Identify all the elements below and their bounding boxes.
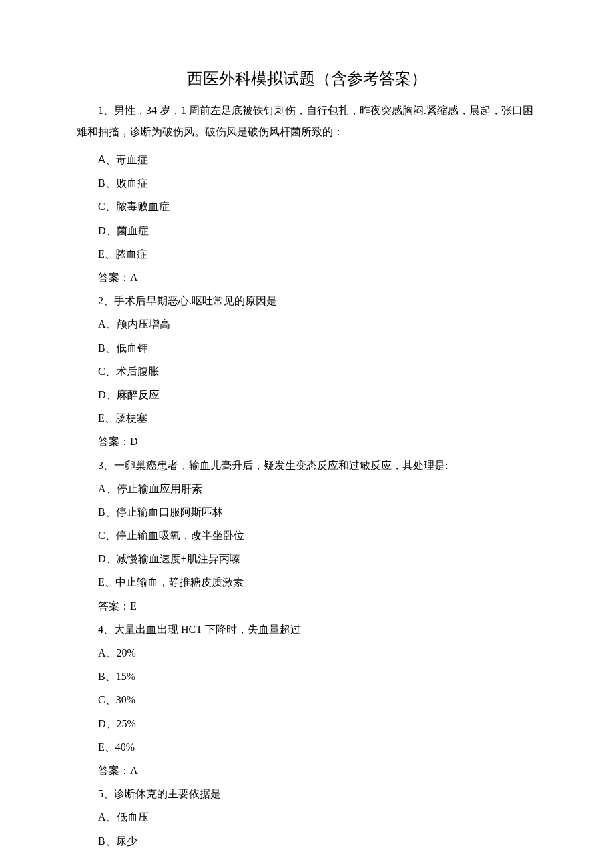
text-line: A、毒血症 (77, 148, 537, 171)
text-line: D、减慢输血速度+肌注异丙嗪 (77, 547, 537, 570)
text-line: C、术后腹胀 (77, 360, 537, 383)
text-line: B、停止输血口服阿斯匹林 (77, 500, 537, 524)
text-line: A、低血压 (77, 805, 537, 829)
text-line: E、肠梗塞 (77, 406, 537, 430)
text-line: A、停止输血应用肝素 (77, 477, 537, 500)
text-line: E、脓血症 (77, 242, 537, 266)
text-line: 4、大量出血出现 HCT 下降时，失血量超过 (77, 618, 537, 641)
page-title: 西医外科模拟试题（含参考答案） (77, 68, 537, 89)
text-line: 5、诊断休克的主要依据是 (77, 782, 537, 805)
text-line: A、颅内压增高 (77, 312, 537, 336)
text-line: C、脓毒败血症 (77, 195, 537, 218)
text-line: D、菌血症 (77, 219, 537, 242)
lines-container: A、毒血症B、败血症C、脓毒败血症D、菌血症E、脓血症答案：A2、手术后早期恶心… (77, 148, 537, 853)
text-line: 答案：A (77, 266, 537, 289)
text-line: D、麻醉反应 (77, 383, 537, 406)
text-line: 答案：A (77, 759, 537, 782)
text-line: E、40% (77, 735, 537, 759)
text-line: A、20% (77, 641, 537, 665)
text-line: 3、一卵巢癌患者，输血儿毫升后，疑发生变态反应和过敏反应，其处理是: (77, 454, 537, 477)
text-line: B、尿少 (77, 829, 537, 853)
text-line: 答案：D (77, 430, 537, 453)
option-text: 、毒血症 (105, 154, 148, 165)
text-line: C、30% (77, 688, 537, 711)
question-intro: 1、男性，34 岁，1 周前左足底被铁钉刺伤，自行包扎，昨夜突感胸闷.紧缩感，晨… (77, 100, 537, 143)
text-line: 答案：E (77, 594, 537, 618)
text-line: C、停止输血吸氧，改半坐卧位 (77, 524, 537, 547)
text-line: E、中止输血，静推糖皮质激素 (77, 570, 537, 594)
text-line: B、低血钾 (77, 336, 537, 360)
option-letter: A (98, 154, 105, 165)
text-line: 2、手术后早期恶心.呕吐常见的原因是 (77, 289, 537, 312)
text-line: B、15% (77, 665, 537, 688)
document-page: 西医外科模拟试题（含参考答案） 1、男性，34 岁，1 周前左足底被铁钉刺伤，自… (0, 0, 614, 868)
text-line: D、25% (77, 712, 537, 735)
text-line: B、败血症 (77, 171, 537, 195)
